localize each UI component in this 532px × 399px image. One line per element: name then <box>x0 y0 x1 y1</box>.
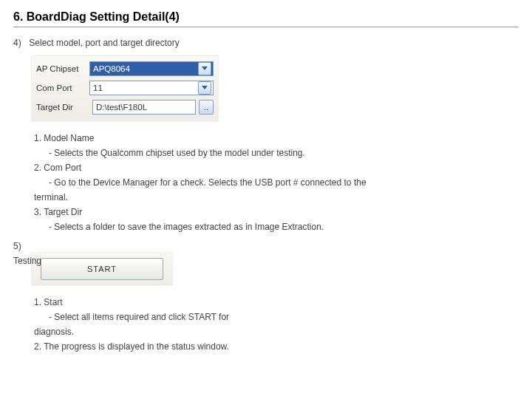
chipset-dropdown[interactable]: APQ8064 <box>89 61 214 76</box>
step4-num: 4) <box>13 38 27 48</box>
chevron-down-icon[interactable] <box>198 62 211 75</box>
comport-label: Com Port <box>36 83 89 92</box>
targetdir-label: Target Dir <box>36 103 89 112</box>
start-panel: START <box>31 252 173 286</box>
desc1-l2d: - Go to the Device Manager for a check. … <box>49 175 448 190</box>
desc2-l1d: - Select all items required and click ST… <box>49 310 448 324</box>
targetdir-input[interactable]: D:\test\F180L <box>92 100 196 115</box>
svg-marker-0 <box>202 66 208 70</box>
step5-num: 5) <box>13 239 519 253</box>
desc2-l2: 2. The progress is displayed in the stat… <box>34 339 448 354</box>
desc1-l3d: - Selects a folder to save the images ex… <box>49 219 448 234</box>
desc1-l1d: - Selects the Qualcomm chipset used by t… <box>49 146 448 160</box>
step4-text: Select model, port and target directory <box>29 38 179 48</box>
start-button[interactable]: START <box>41 258 163 280</box>
page-title: 6. BoardDiag Setting Detail(4) <box>13 10 519 24</box>
step4-line: 4) Select model, port and target directo… <box>13 38 519 48</box>
settings-panel: AP Chipset APQ8064 Com Port 11 Target Di… <box>31 55 219 122</box>
desc2-l1d2: diagnosis. <box>34 324 448 339</box>
chipset-value: APQ8064 <box>93 64 130 73</box>
targetdir-value: D:\test\F180L <box>96 103 147 112</box>
desc1-l3: 3. Target Dir <box>34 205 448 219</box>
browse-button[interactable]: .. <box>199 100 214 115</box>
chevron-down-icon[interactable] <box>198 81 211 95</box>
comport-dropdown[interactable]: 11 <box>89 81 214 95</box>
desc1-l2d2: terminal. <box>34 190 448 205</box>
step4-description: 1. Model Name - Selects the Qualcomm chi… <box>34 131 448 234</box>
title-rule <box>13 27 519 27</box>
comport-value: 11 <box>93 83 103 92</box>
step5-description: 1. Start - Select all items required and… <box>34 295 448 354</box>
desc1-l1: 1. Model Name <box>34 131 448 146</box>
svg-marker-1 <box>202 86 208 89</box>
desc2-l1: 1. Start <box>34 295 448 310</box>
desc1-l2: 2. Com Port <box>34 160 448 175</box>
chipset-label: AP Chipset <box>36 64 89 73</box>
